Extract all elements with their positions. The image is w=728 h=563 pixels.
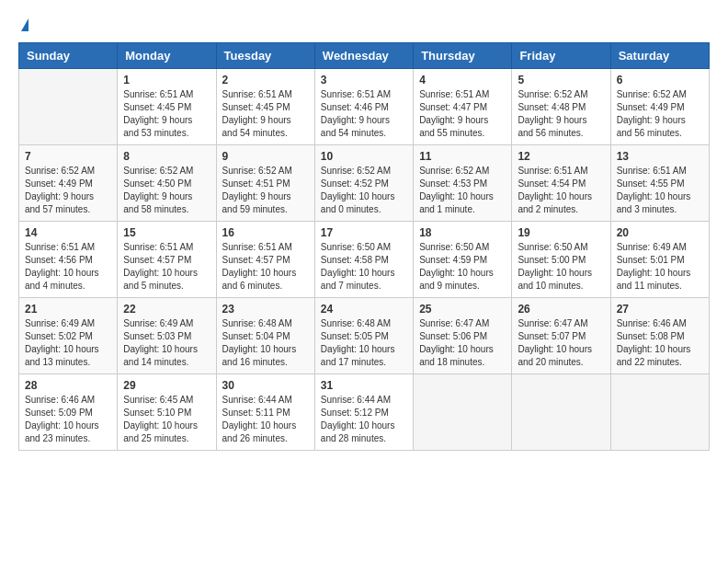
day-number: 3 — [321, 74, 407, 86]
day-info: Sunrise: 6:52 AM Sunset: 4:53 PM Dayligh… — [419, 165, 506, 216]
day-number: 13 — [617, 150, 703, 163]
header-monday: Monday — [118, 43, 216, 69]
day-number: 23 — [222, 303, 309, 316]
day-number: 18 — [419, 226, 506, 239]
day-info: Sunrise: 6:50 AM Sunset: 4:59 PM Dayligh… — [419, 241, 506, 293]
day-info: Sunrise: 6:52 AM Sunset: 4:52 PM Dayligh… — [321, 165, 407, 216]
header-friday: Friday — [512, 43, 610, 69]
day-info: Sunrise: 6:51 AM Sunset: 4:47 PM Dayligh… — [419, 88, 506, 140]
calendar-cell: 17Sunrise: 6:50 AM Sunset: 4:58 PM Dayli… — [314, 222, 413, 298]
calendar-cell — [512, 374, 610, 451]
calendar-cell: 20Sunrise: 6:49 AM Sunset: 5:01 PM Dayli… — [610, 222, 709, 298]
calendar-cell: 13Sunrise: 6:51 AM Sunset: 4:55 PM Dayli… — [610, 145, 709, 222]
day-info: Sunrise: 6:51 AM Sunset: 4:57 PM Dayligh… — [222, 241, 309, 293]
calendar-cell — [610, 374, 709, 451]
calendar-cell: 28Sunrise: 6:46 AM Sunset: 5:09 PM Dayli… — [19, 374, 118, 451]
day-info: Sunrise: 6:44 AM Sunset: 5:11 PM Dayligh… — [222, 394, 309, 445]
day-info: Sunrise: 6:50 AM Sunset: 4:58 PM Dayligh… — [321, 241, 407, 293]
day-number: 14 — [25, 226, 111, 239]
calendar-cell: 27Sunrise: 6:46 AM Sunset: 5:08 PM Dayli… — [610, 298, 709, 374]
calendar-cell: 10Sunrise: 6:52 AM Sunset: 4:52 PM Dayli… — [314, 145, 413, 222]
day-number: 4 — [419, 74, 506, 86]
day-info: Sunrise: 6:49 AM Sunset: 5:02 PM Dayligh… — [25, 317, 111, 369]
day-info: Sunrise: 6:46 AM Sunset: 5:09 PM Dayligh… — [25, 394, 111, 445]
calendar-cell: 11Sunrise: 6:52 AM Sunset: 4:53 PM Dayli… — [414, 145, 512, 222]
day-number: 6 — [617, 74, 703, 86]
calendar-cell: 30Sunrise: 6:44 AM Sunset: 5:11 PM Dayli… — [216, 374, 314, 451]
logo-triangle-icon — [21, 18, 28, 31]
calendar-header-row: SundayMondayTuesdayWednesdayThursdayFrid… — [19, 43, 710, 69]
day-info: Sunrise: 6:45 AM Sunset: 5:10 PM Dayligh… — [123, 394, 210, 445]
day-info: Sunrise: 6:51 AM Sunset: 4:46 PM Dayligh… — [321, 88, 407, 140]
calendar-week-row: 28Sunrise: 6:46 AM Sunset: 5:09 PM Dayli… — [19, 374, 710, 451]
day-number: 1 — [123, 74, 210, 86]
day-number: 11 — [419, 150, 506, 163]
day-number: 27 — [617, 303, 703, 316]
calendar-cell: 26Sunrise: 6:47 AM Sunset: 5:07 PM Dayli… — [512, 298, 610, 374]
calendar-cell: 29Sunrise: 6:45 AM Sunset: 5:10 PM Dayli… — [118, 374, 216, 451]
calendar-cell: 31Sunrise: 6:44 AM Sunset: 5:12 PM Dayli… — [314, 374, 413, 451]
calendar-cell: 25Sunrise: 6:47 AM Sunset: 5:06 PM Dayli… — [414, 298, 512, 374]
header-saturday: Saturday — [610, 43, 709, 69]
calendar-cell: 6Sunrise: 6:52 AM Sunset: 4:49 PM Daylig… — [610, 69, 709, 145]
calendar-cell: 15Sunrise: 6:51 AM Sunset: 4:57 PM Dayli… — [118, 222, 216, 298]
day-info: Sunrise: 6:47 AM Sunset: 5:07 PM Dayligh… — [518, 317, 604, 369]
header-thursday: Thursday — [414, 43, 512, 69]
day-info: Sunrise: 6:51 AM Sunset: 4:45 PM Dayligh… — [222, 88, 309, 140]
day-number: 9 — [222, 150, 309, 163]
day-info: Sunrise: 6:51 AM Sunset: 4:55 PM Dayligh… — [617, 165, 703, 216]
day-info: Sunrise: 6:51 AM Sunset: 4:54 PM Dayligh… — [518, 165, 604, 216]
day-info: Sunrise: 6:49 AM Sunset: 5:01 PM Dayligh… — [617, 241, 703, 293]
day-info: Sunrise: 6:52 AM Sunset: 4:48 PM Dayligh… — [518, 88, 604, 140]
day-number: 21 — [25, 303, 111, 316]
day-info: Sunrise: 6:51 AM Sunset: 4:45 PM Dayligh… — [123, 88, 210, 140]
day-info: Sunrise: 6:51 AM Sunset: 4:57 PM Dayligh… — [123, 241, 210, 293]
day-info: Sunrise: 6:52 AM Sunset: 4:51 PM Dayligh… — [222, 165, 309, 216]
header-wednesday: Wednesday — [314, 43, 413, 69]
day-info: Sunrise: 6:51 AM Sunset: 4:56 PM Dayligh… — [25, 241, 111, 293]
day-number: 25 — [419, 303, 506, 316]
day-number: 24 — [321, 303, 407, 316]
day-number: 12 — [518, 150, 604, 163]
day-number: 22 — [123, 303, 210, 316]
calendar-cell: 1Sunrise: 6:51 AM Sunset: 4:45 PM Daylig… — [118, 69, 216, 145]
calendar-cell: 8Sunrise: 6:52 AM Sunset: 4:50 PM Daylig… — [118, 145, 216, 222]
calendar-week-row: 14Sunrise: 6:51 AM Sunset: 4:56 PM Dayli… — [19, 222, 710, 298]
header-sunday: Sunday — [19, 43, 118, 69]
calendar-week-row: 7Sunrise: 6:52 AM Sunset: 4:49 PM Daylig… — [19, 145, 710, 222]
logo — [18, 18, 28, 33]
day-info: Sunrise: 6:44 AM Sunset: 5:12 PM Dayligh… — [321, 394, 407, 445]
calendar-week-row: 1Sunrise: 6:51 AM Sunset: 4:45 PM Daylig… — [19, 69, 710, 145]
calendar-week-row: 21Sunrise: 6:49 AM Sunset: 5:02 PM Dayli… — [19, 298, 710, 374]
day-info: Sunrise: 6:52 AM Sunset: 4:49 PM Dayligh… — [617, 88, 703, 140]
day-number: 10 — [321, 150, 407, 163]
calendar-cell: 23Sunrise: 6:48 AM Sunset: 5:04 PM Dayli… — [216, 298, 314, 374]
day-number: 5 — [518, 74, 604, 86]
calendar-cell: 16Sunrise: 6:51 AM Sunset: 4:57 PM Dayli… — [216, 222, 314, 298]
calendar-table: SundayMondayTuesdayWednesdayThursdayFrid… — [18, 42, 710, 451]
day-number: 16 — [222, 226, 309, 239]
day-number: 2 — [222, 74, 309, 86]
calendar-cell: 2Sunrise: 6:51 AM Sunset: 4:45 PM Daylig… — [216, 69, 314, 145]
calendar-cell: 3Sunrise: 6:51 AM Sunset: 4:46 PM Daylig… — [314, 69, 413, 145]
header-tuesday: Tuesday — [216, 43, 314, 69]
day-number: 15 — [123, 226, 210, 239]
calendar-cell: 18Sunrise: 6:50 AM Sunset: 4:59 PM Dayli… — [414, 222, 512, 298]
day-info: Sunrise: 6:47 AM Sunset: 5:06 PM Dayligh… — [419, 317, 506, 369]
page-header — [18, 18, 710, 33]
day-number: 19 — [518, 226, 604, 239]
day-number: 30 — [222, 379, 309, 392]
day-info: Sunrise: 6:52 AM Sunset: 4:49 PM Dayligh… — [25, 165, 111, 216]
day-info: Sunrise: 6:48 AM Sunset: 5:04 PM Dayligh… — [222, 317, 309, 369]
calendar-cell: 7Sunrise: 6:52 AM Sunset: 4:49 PM Daylig… — [19, 145, 118, 222]
day-number: 29 — [123, 379, 210, 392]
calendar-cell: 24Sunrise: 6:48 AM Sunset: 5:05 PM Dayli… — [314, 298, 413, 374]
day-info: Sunrise: 6:52 AM Sunset: 4:50 PM Dayligh… — [123, 165, 210, 216]
day-info: Sunrise: 6:50 AM Sunset: 5:00 PM Dayligh… — [518, 241, 604, 293]
calendar-cell: 22Sunrise: 6:49 AM Sunset: 5:03 PM Dayli… — [118, 298, 216, 374]
calendar-cell — [19, 69, 118, 145]
day-number: 8 — [123, 150, 210, 163]
day-info: Sunrise: 6:48 AM Sunset: 5:05 PM Dayligh… — [321, 317, 407, 369]
calendar-cell: 5Sunrise: 6:52 AM Sunset: 4:48 PM Daylig… — [512, 69, 610, 145]
day-number: 31 — [321, 379, 407, 392]
